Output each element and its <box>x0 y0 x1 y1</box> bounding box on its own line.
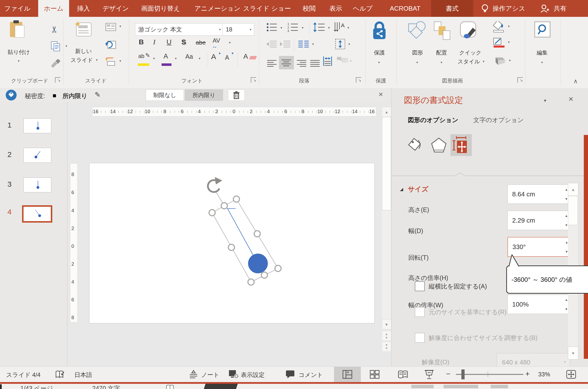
new-slide-label-1[interactable]: 新しい <box>75 48 92 55</box>
distribute-button[interactable] <box>322 56 333 67</box>
lock-aspect-checkbox[interactable] <box>415 281 425 291</box>
spell-check-icon[interactable] <box>55 370 65 380</box>
font-color-button[interactable]: A <box>164 53 168 60</box>
numbering-caret[interactable]: ▼ <box>301 26 304 29</box>
slide-sorter-view-button[interactable] <box>370 370 380 380</box>
panel-scroll-down[interactable]: ▼ <box>568 347 578 359</box>
paragraph-dialog-launcher[interactable]: ↘ <box>356 77 361 83</box>
display-settings-button[interactable]: 表示設定 <box>241 371 265 379</box>
tab-home[interactable]: ホーム <box>38 0 69 17</box>
width-scale-spin-up[interactable]: ▲ <box>565 298 568 301</box>
cut-icon[interactable]: ✂ <box>49 26 60 33</box>
tab-file[interactable]: ファイル <box>5 0 30 17</box>
clear-formatting-button[interactable]: A <box>243 53 248 61</box>
font-size-combobox[interactable]: 18 ▼ <box>222 23 254 36</box>
reading-view-button[interactable] <box>397 370 408 380</box>
align-right-button[interactable] <box>295 58 308 70</box>
reset-slide-icon[interactable] <box>105 40 116 51</box>
bullets-caret[interactable]: ▼ <box>280 26 283 29</box>
fill-line-tab-icon[interactable] <box>407 137 423 155</box>
align-text-caret[interactable]: ▼ <box>348 43 351 46</box>
arrange-caret[interactable]: ▼ <box>440 61 443 64</box>
normal-view-button-selected[interactable] <box>334 367 361 382</box>
numbering-button[interactable]: 123 <box>287 22 298 33</box>
layout-caret[interactable]: ▼ <box>119 25 122 28</box>
drawing-dialog-launcher[interactable]: ↘ <box>517 77 523 83</box>
protect-lock-icon[interactable] <box>371 20 387 43</box>
format-painter-icon[interactable] <box>50 59 61 69</box>
notes-button[interactable]: ノート <box>201 371 219 379</box>
find-button[interactable] <box>534 21 551 39</box>
width-field[interactable]: 2.29 cm ▲▼ <box>508 211 570 230</box>
tab-review[interactable]: 校閲 <box>297 0 321 17</box>
tab-slideshow[interactable]: スライド ショー <box>242 0 292 17</box>
quick-styles-caret[interactable]: ▼ <box>482 60 485 63</box>
italic-button[interactable]: I <box>153 38 155 46</box>
tab-transitions[interactable]: 画面切り替え <box>136 0 185 17</box>
new-slide-caret[interactable]: ▼ <box>95 59 98 62</box>
height-spin-up[interactable]: ▲ <box>565 188 568 191</box>
tab-acrobat[interactable]: ACROBAT <box>381 0 429 17</box>
slide-thumbnail-2[interactable] <box>24 148 51 163</box>
font-color-caret[interactable]: ▼ <box>174 57 177 60</box>
language-indicator[interactable]: 日本語 <box>74 371 92 379</box>
sensitivity-none-button[interactable]: 制限なし <box>146 89 184 101</box>
font-name-combobox[interactable]: 游ゴシック 本文 ▼ <box>135 23 224 36</box>
width-scale-spin-down[interactable]: ▼ <box>565 308 568 311</box>
panel-menu-caret[interactable]: ▼ <box>543 98 547 103</box>
share-button[interactable]: 共有 <box>550 0 571 17</box>
editing-label[interactable]: 編集 <box>537 49 548 57</box>
vertical-scrollbar-thumb[interactable] <box>382 117 391 210</box>
scroll-up-button[interactable]: ▲ <box>382 107 391 117</box>
sensitivity-delete-button[interactable] <box>228 89 245 101</box>
align-left-button[interactable] <box>266 58 278 70</box>
columns-button[interactable] <box>298 40 309 50</box>
shape-outline-caret[interactable]: ▼ <box>508 41 510 44</box>
next-slide-button[interactable]: ▼▼ <box>382 342 391 352</box>
tab-design[interactable]: デザイン <box>100 0 132 17</box>
font-name-caret[interactable]: ▼ <box>219 28 221 31</box>
previous-slide-button[interactable]: ▲▲ <box>382 331 391 341</box>
shape-fill-caret[interactable]: ▼ <box>508 25 510 28</box>
font-size-caret[interactable]: ▼ <box>249 28 252 31</box>
panel-close-icon[interactable]: × <box>568 94 573 104</box>
effects-tab-icon[interactable] <box>431 137 447 155</box>
paste-dropdown-caret[interactable]: ▼ <box>17 60 20 63</box>
align-center-button[interactable] <box>279 56 294 69</box>
text-direction-caret[interactable]: ▼ <box>347 26 350 29</box>
tab-animations[interactable]: アニメーション <box>197 0 238 17</box>
height-field[interactable]: 8.64 cm ▲▼ <box>508 185 570 204</box>
highlight-caret[interactable]: ▼ <box>153 57 155 60</box>
lock-aspect-label[interactable]: 縦横比を固定する(A) <box>429 282 487 291</box>
scroll-down-button[interactable]: ▼ <box>382 320 391 329</box>
copy-dropdown-caret[interactable]: ▼ <box>65 45 68 48</box>
quick-styles-button[interactable] <box>459 20 479 42</box>
zoom-in-button[interactable]: + <box>525 370 530 378</box>
change-case-caret[interactable]: ▼ <box>198 57 201 60</box>
size-section-header[interactable]: サイズ <box>408 185 428 194</box>
change-case-button[interactable]: Aa <box>185 53 193 60</box>
comments-button[interactable]: コメント <box>299 371 323 379</box>
shape-effects-caret[interactable]: ▼ <box>509 59 511 62</box>
panel-scroll-up[interactable]: ▲ <box>568 183 578 196</box>
section-caret[interactable]: ▼ <box>119 60 122 63</box>
quick-styles-label-1[interactable]: クイック <box>459 49 482 57</box>
columns-caret[interactable]: ▼ <box>312 43 314 46</box>
slide-thumbnail-1[interactable] <box>24 118 51 133</box>
shape-outline-button[interactable] <box>493 38 506 49</box>
strikethrough-button[interactable]: abe <box>196 39 206 46</box>
underline-button[interactable]: U <box>167 38 172 46</box>
slide-thumbnail-3[interactable] <box>24 178 51 193</box>
clipboard-dialog-launcher[interactable]: ↘ <box>55 77 61 83</box>
text-shadow-button[interactable]: S <box>181 38 186 46</box>
paste-label[interactable]: 貼り付け <box>8 49 30 56</box>
arrange-button[interactable] <box>433 21 451 42</box>
smartart-caret[interactable]: ▼ <box>349 60 352 63</box>
text-direction-button[interactable]: A <box>334 22 346 33</box>
tab-help[interactable]: ヘルプ <box>351 0 374 17</box>
protect-caret[interactable]: ▼ <box>378 61 380 64</box>
width-scale-field[interactable]: 100% ▲▼ <box>508 295 570 314</box>
slide-editing-surface[interactable] <box>89 163 375 324</box>
smartart-convert-button[interactable] <box>337 57 348 67</box>
panel-scrollbar-thumb[interactable] <box>568 196 578 225</box>
